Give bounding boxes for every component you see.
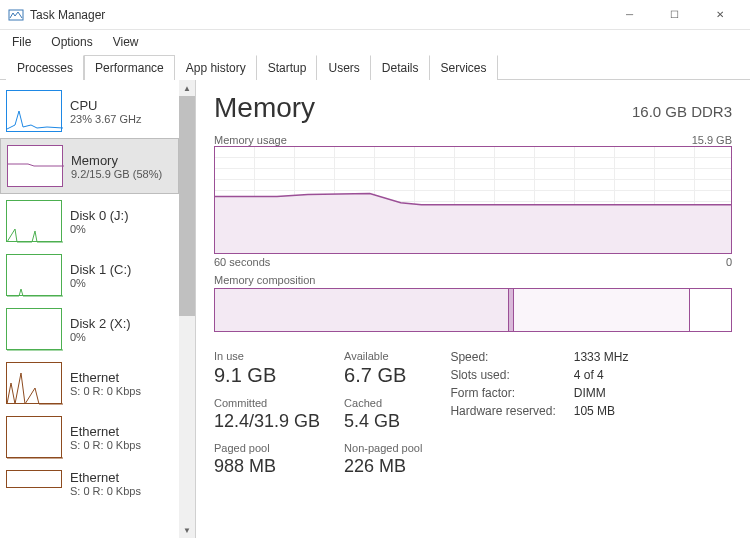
window-controls: ─ ☐ ✕ xyxy=(607,0,742,30)
sidebar-item-sub: S: 0 R: 0 Kbps xyxy=(70,485,141,497)
tabs: Processes Performance App history Startu… xyxy=(0,54,750,80)
usage-max: 15.9 GB xyxy=(692,134,732,146)
tab-performance[interactable]: Performance xyxy=(84,55,175,80)
close-button[interactable]: ✕ xyxy=(697,0,742,30)
sidebar-item-ethernet[interactable]: Ethernet S: 0 R: 0 Kbps xyxy=(0,410,179,464)
stat-cached: Cached 5.4 GB xyxy=(344,397,422,432)
sidebar-item-sub: 23% 3.67 GHz xyxy=(70,113,142,125)
sidebar-text: Ethernet S: 0 R: 0 Kbps xyxy=(70,470,141,497)
info-val: 105 MB xyxy=(574,404,629,418)
sidebar-item-disk2[interactable]: Disk 2 (X:) 0% xyxy=(0,302,179,356)
sidebar-text: Disk 0 (J:) 0% xyxy=(70,200,129,242)
info-val: DIMM xyxy=(574,386,629,400)
usage-chart-header: Memory usage 15.9 GB xyxy=(214,134,732,146)
window-title: Task Manager xyxy=(30,8,607,22)
menu-view[interactable]: View xyxy=(105,33,147,51)
time-right: 0 xyxy=(726,256,732,268)
composition-label: Memory composition xyxy=(214,274,315,286)
sidebar-item-label: Disk 0 (J:) xyxy=(70,208,129,223)
tab-app-history[interactable]: App history xyxy=(175,55,257,80)
sidebar-text: Ethernet S: 0 R: 0 Kbps xyxy=(70,362,141,404)
sidebar-text: Ethernet S: 0 R: 0 Kbps xyxy=(70,416,141,458)
comp-free xyxy=(690,289,731,331)
comp-standby xyxy=(514,289,689,331)
sidebar: CPU 23% 3.67 GHz Memory 9.2/15.9 GB (58%… xyxy=(0,80,196,538)
maximize-button[interactable]: ☐ xyxy=(652,0,697,30)
stats: In use 9.1 GB Available 6.7 GB Committed… xyxy=(214,350,732,477)
sidebar-item-label: Ethernet xyxy=(70,470,141,485)
stat-label: Cached xyxy=(344,397,422,409)
usage-chart xyxy=(214,146,732,254)
stat-paged: Paged pool 988 MB xyxy=(214,442,320,477)
sidebar-item-label: CPU xyxy=(70,98,142,113)
net-sparkline xyxy=(6,362,62,404)
stat-committed: Committed 12.4/31.9 GB xyxy=(214,397,320,432)
minimize-button[interactable]: ─ xyxy=(607,0,652,30)
sidebar-item-label: Ethernet xyxy=(70,424,141,439)
sidebar-item-label: Disk 1 (C:) xyxy=(70,262,131,277)
sidebar-item-sub: 9.2/15.9 GB (58%) xyxy=(71,168,162,180)
disk-sparkline xyxy=(6,200,62,242)
cpu-sparkline xyxy=(6,90,62,132)
info-key: Form factor: xyxy=(450,386,555,400)
disk-sparkline xyxy=(6,308,62,350)
tab-details[interactable]: Details xyxy=(371,55,430,80)
usage-label: Memory usage xyxy=(214,134,287,146)
sidebar-item-sub: S: 0 R: 0 Kbps xyxy=(70,439,141,451)
sidebar-item-label: Disk 2 (X:) xyxy=(70,316,131,331)
sidebar-item-label: Memory xyxy=(71,153,162,168)
stat-label: Non-paged pool xyxy=(344,442,422,454)
tab-users[interactable]: Users xyxy=(317,55,370,80)
scroll-thumb[interactable] xyxy=(179,96,195,316)
sidebar-item-label: Ethernet xyxy=(70,370,141,385)
scroll-down-icon[interactable]: ▼ xyxy=(179,522,195,538)
sidebar-text: CPU 23% 3.67 GHz xyxy=(70,90,142,132)
sidebar-item-sub: 0% xyxy=(70,223,129,235)
tab-startup[interactable]: Startup xyxy=(257,55,318,80)
stat-value: 226 MB xyxy=(344,456,422,477)
sidebar-text: Disk 1 (C:) 0% xyxy=(70,254,131,296)
stats-right: Speed: 1333 MHz Slots used: 4 of 4 Form … xyxy=(450,350,628,477)
stat-value: 6.7 GB xyxy=(344,364,422,387)
sidebar-item-ethernet[interactable]: Ethernet S: 0 R: 0 Kbps xyxy=(0,464,179,503)
menu-file[interactable]: File xyxy=(4,33,39,51)
comp-in-use xyxy=(215,289,509,331)
content: CPU 23% 3.67 GHz Memory 9.2/15.9 GB (58%… xyxy=(0,80,750,538)
tab-services[interactable]: Services xyxy=(430,55,498,80)
stat-value: 5.4 GB xyxy=(344,411,422,432)
stat-label: In use xyxy=(214,350,320,362)
stat-nonpaged: Non-paged pool 226 MB xyxy=(344,442,422,477)
sidebar-item-ethernet[interactable]: Ethernet S: 0 R: 0 Kbps xyxy=(0,356,179,410)
sidebar-item-memory[interactable]: Memory 9.2/15.9 GB (58%) xyxy=(0,138,179,194)
memory-sparkline xyxy=(7,145,63,187)
sidebar-item-cpu[interactable]: CPU 23% 3.67 GHz xyxy=(0,84,179,138)
app-icon xyxy=(8,7,24,23)
main-panel: Memory 16.0 GB DDR3 Memory usage 15.9 GB… xyxy=(196,80,750,538)
sidebar-scrollbar[interactable]: ▲ ▼ xyxy=(179,80,195,538)
disk-sparkline xyxy=(6,254,62,296)
menubar: File Options View xyxy=(0,30,750,54)
info-val: 1333 MHz xyxy=(574,350,629,364)
stat-label: Available xyxy=(344,350,422,362)
stat-value: 9.1 GB xyxy=(214,364,320,387)
stat-label: Committed xyxy=(214,397,320,409)
sidebar-item-disk0[interactable]: Disk 0 (J:) 0% xyxy=(0,194,179,248)
net-sparkline xyxy=(6,416,62,458)
stat-label: Paged pool xyxy=(214,442,320,454)
info-key: Hardware reserved: xyxy=(450,404,555,418)
sidebar-item-disk1[interactable]: Disk 1 (C:) 0% xyxy=(0,248,179,302)
info-val: 4 of 4 xyxy=(574,368,629,382)
stats-left: In use 9.1 GB Available 6.7 GB Committed… xyxy=(214,350,422,477)
usage-chart-footer: 60 seconds 0 xyxy=(214,256,732,268)
info-key: Slots used: xyxy=(450,368,555,382)
tab-processes[interactable]: Processes xyxy=(6,55,84,80)
page-title: Memory xyxy=(214,92,315,124)
sidebar-item-sub: 0% xyxy=(70,277,131,289)
composition-chart xyxy=(214,288,732,332)
time-left: 60 seconds xyxy=(214,256,270,268)
stat-in-use: In use 9.1 GB xyxy=(214,350,320,387)
menu-options[interactable]: Options xyxy=(43,33,100,51)
info-key: Speed: xyxy=(450,350,555,364)
stat-value: 988 MB xyxy=(214,456,320,477)
scroll-up-icon[interactable]: ▲ xyxy=(179,80,195,96)
